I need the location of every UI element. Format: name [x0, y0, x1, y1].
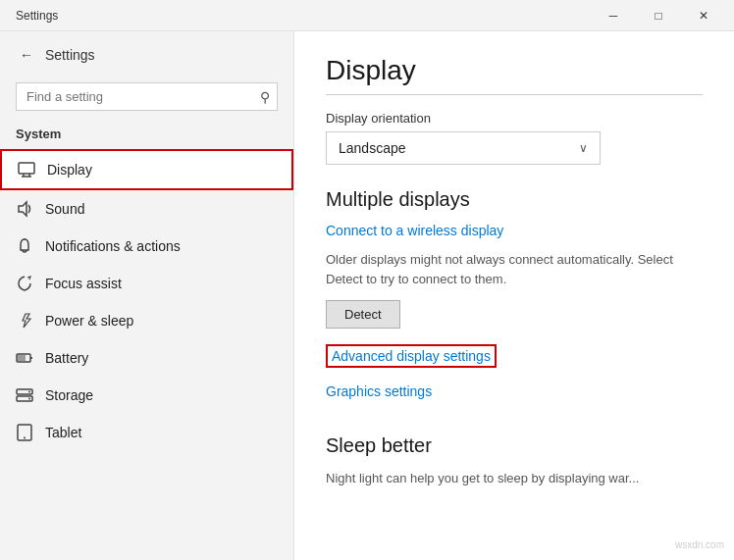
close-button[interactable]: ✕ — [681, 0, 726, 31]
power-icon — [16, 312, 33, 330]
connect-wireless-link[interactable]: Connect to a wireless display — [326, 223, 503, 238]
app-body: ← Settings ⚲ System Display — [0, 31, 734, 560]
orientation-dropdown[interactable]: Landscape ∨ — [326, 131, 601, 165]
search-icon: ⚲ — [260, 89, 270, 105]
display-icon — [18, 161, 35, 178]
battery-icon — [16, 349, 33, 367]
orientation-label: Display orientation — [326, 111, 703, 126]
graphics-settings-link[interactable]: Graphics settings — [326, 383, 432, 399]
titlebar-controls: ─ □ ✕ — [591, 0, 726, 31]
svg-marker-4 — [19, 202, 26, 216]
chevron-down-icon: ∨ — [579, 141, 588, 155]
sidebar-item-tablet[interactable]: Tablet — [0, 414, 293, 451]
sidebar-item-sound-label: Sound — [45, 201, 84, 217]
svg-point-11 — [28, 391, 30, 393]
sidebar-item-storage-label: Storage — [45, 387, 93, 403]
sidebar-item-storage[interactable]: Storage — [0, 377, 293, 414]
svg-rect-7 — [30, 357, 32, 359]
minimize-button[interactable]: ─ — [591, 0, 636, 31]
sleep-section-heading: Sleep better — [326, 434, 703, 457]
notifications-icon — [16, 237, 33, 255]
sidebar-item-battery[interactable]: Battery — [0, 339, 293, 377]
sidebar-item-focus-label: Focus assist — [45, 276, 122, 291]
main-content: Display Display orientation Landscape ∨ … — [294, 31, 734, 560]
sidebar-item-power-label: Power & sleep — [45, 313, 133, 329]
titlebar: Settings ─ □ ✕ — [0, 0, 734, 31]
sound-icon — [16, 200, 33, 218]
sidebar-item-notifications[interactable]: Notifications & actions — [0, 228, 293, 265]
advanced-display-settings-link[interactable]: Advanced display settings — [326, 344, 497, 368]
storage-icon — [16, 386, 33, 404]
svg-rect-8 — [18, 355, 26, 361]
focus-icon — [16, 275, 33, 292]
svg-point-14 — [24, 437, 26, 439]
section-divider — [326, 94, 703, 95]
search-input[interactable] — [16, 82, 278, 111]
search-box: ⚲ — [16, 82, 278, 111]
svg-point-12 — [28, 398, 30, 400]
sidebar-item-notifications-label: Notifications & actions — [45, 238, 181, 254]
back-icon: ← — [20, 47, 33, 63]
sidebar-section-label: System — [0, 123, 293, 149]
sidebar: ← Settings ⚲ System Display — [0, 31, 294, 560]
sidebar-item-tablet-label: Tablet — [45, 425, 81, 440]
tablet-icon — [16, 424, 33, 441]
detect-button[interactable]: Detect — [326, 300, 400, 329]
page-title: Display — [326, 55, 703, 86]
multiple-displays-description: Older displays might not always connect … — [326, 250, 699, 288]
multiple-displays-heading: Multiple displays — [326, 188, 703, 211]
titlebar-title: Settings — [16, 9, 591, 23]
sleep-section-description: Night light can help you get to sleep by… — [326, 469, 699, 488]
back-button[interactable]: ← — [16, 43, 37, 67]
maximize-button[interactable]: □ — [636, 0, 681, 31]
sidebar-item-display[interactable]: Display — [0, 149, 293, 190]
watermark: wsxdn.com — [675, 539, 724, 550]
sidebar-item-focus[interactable]: Focus assist — [0, 265, 293, 302]
orientation-value: Landscape — [339, 140, 406, 156]
sidebar-item-battery-label: Battery — [45, 350, 88, 366]
sidebar-item-display-label: Display — [47, 162, 92, 178]
sidebar-item-power[interactable]: Power & sleep — [0, 302, 293, 339]
sidebar-app-title: Settings — [45, 47, 95, 63]
sidebar-top: ← Settings — [0, 31, 293, 78]
sidebar-item-sound[interactable]: Sound — [0, 190, 293, 228]
svg-rect-0 — [19, 163, 34, 174]
